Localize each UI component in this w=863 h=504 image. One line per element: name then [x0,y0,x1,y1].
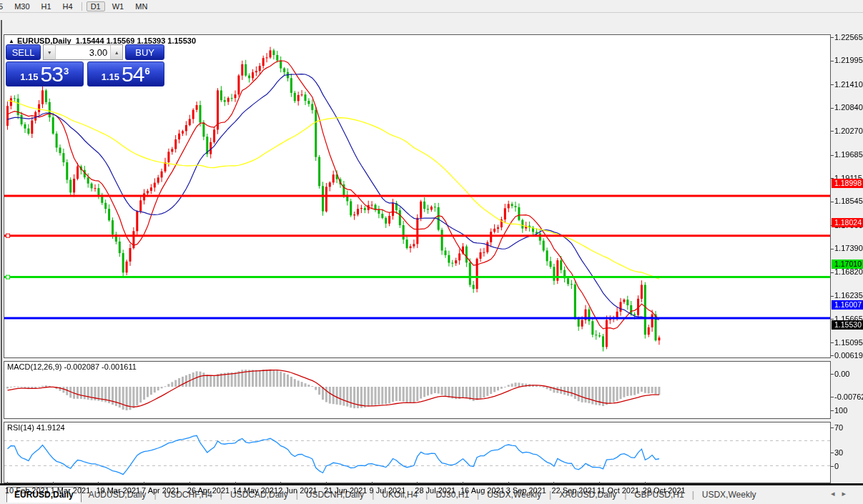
date-axis-label: 21 Jun 2021 [324,486,368,495]
price-axis-tick [831,202,834,202]
price-axis-tick [831,272,834,273]
collapse-triangle-icon[interactable]: ▲ [9,38,14,44]
volume-increase-button[interactable]: ▲ [111,44,123,60]
date-axis-label: 28 Jul 2021 [415,486,455,495]
date-axis-tick [372,482,373,484]
date-axis-label: 7 Apr 2021 [142,486,179,495]
macd-indicator-label: MACD(12,26,9) -0.002087 -0.001611 [7,362,137,371]
chart-window: ▲EURUSD,Daily 1.15444 1.15569 1.15393 1.… [0,13,863,483]
date-axis-label: 16 Aug 2021 [460,486,505,495]
rsi-axis-tick [831,410,834,411]
price-tag-hline-1.17010[interactable]: 1.17010 [832,260,863,269]
tf-button-h1[interactable]: H1 [37,1,56,11]
date-axis-tick [144,482,144,484]
price-axis-label: 1.18545 [834,197,863,205]
price-axis-label: 1.16235 [834,291,863,300]
price-axis-label: 1.20840 [834,103,863,112]
rsi-axis-label: 70 [834,423,843,432]
toolbar-separator [82,2,82,11]
price-axis-label: 1.21995 [834,56,863,64]
price-axis-tick [831,342,834,343]
date-axis-tick [235,482,236,484]
price-tag-hline-1.16007[interactable]: 1.16007 [832,300,863,310]
one-click-trade-panel: SELL ▼ ▲ BUY 1.15 53 3 1.15 54 6 [6,44,164,87]
price-axis-tick [831,108,834,109]
date-axis-label: 9 Jul 2021 [370,486,406,495]
tab-separator: | [692,490,694,500]
price-chart-canvas[interactable] [4,34,863,483]
tab-scroll-right-icon[interactable]: ▸ [842,489,853,498]
date-axis-tick [280,482,281,484]
tf-button-w1[interactable]: W1 [108,1,129,11]
buy-price-pip: 6 [144,64,149,76]
price-axis-label: 1.20270 [834,127,863,135]
date-axis-label: 22 Sep 2021 [551,486,596,495]
rsi-axis-label: 30 [834,448,843,457]
buy-price-prefix: 1.15 [102,71,119,82]
macd-axis-tick [831,374,834,375]
price-axis-tick [831,131,834,132]
price-axis-label: 1.15095 [834,338,863,347]
price-tag-hline-1.18998[interactable]: 1.18998 [832,179,863,188]
date-axis-label: 19 Mar 2021 [96,486,140,495]
date-axis-label: 1 Mar 2021 [51,486,91,495]
price-tag-hline-1.18024[interactable]: 1.18024 [832,218,863,227]
price-axis-tick [831,37,834,38]
macd-axis-tick [831,397,834,397]
volume-input[interactable] [55,44,111,60]
date-axis-label: 26 Apr 2021 [187,486,230,495]
date-axis-tick [463,482,463,484]
date-axis-label: 11 Oct 2021 [597,486,639,495]
price-axis-tick [831,296,834,297]
macd-axis-label: 0.006193 [834,351,863,360]
price-axis-label: 1.22565 [834,33,863,41]
rsi-value: 41.9124 [36,423,65,432]
date-axis-tick [326,482,327,484]
macd-axis-tick [831,355,834,356]
sell-price-pip: 3 [64,64,69,76]
tab-scroll-arrows[interactable]: ◂▸ [831,489,853,498]
date-axis-tick [645,482,646,484]
date-axis-tick [417,482,418,484]
price-axis-tick [831,84,834,85]
tf-button-h4[interactable]: H4 [59,1,77,11]
date-axis-label: 29 Oct 2021 [643,486,686,495]
sell-price-prefix: 1.15 [20,71,38,82]
date-axis-label: 3 Sep 2021 [506,486,546,495]
tf-button-5[interactable]: 5 [0,1,7,11]
tf-button-mn[interactable]: MN [131,1,152,11]
date-axis-tick [7,482,8,484]
price-axis-label: 1.21410 [834,80,863,89]
macd-axis-label: -0.00762 [834,392,863,401]
date-axis-tick [599,482,600,484]
date-axis-tick [189,482,190,484]
sell-price-display[interactable]: 1.15 53 3 [6,61,84,87]
buy-button[interactable]: BUY [125,44,164,60]
buy-price-display[interactable]: 1.15 54 6 [87,61,165,87]
rsi-axis-tick [831,466,834,467]
tf-button-m30[interactable]: M30 [10,1,34,11]
window-left-border [1,20,2,492]
date-axis-label: 14 May 2021 [233,486,279,495]
rsi-axis-tick [831,428,834,428]
price-axis-tick [831,249,834,249]
current-price-tag: 1.15530 [832,320,863,330]
sell-button[interactable]: SELL [6,44,41,60]
date-axis-label: 10 Feb 2021 [5,486,49,495]
rsi-axis-tick [831,453,834,453]
price-axis-tick [831,155,834,156]
price-axis-label: 1.17390 [834,244,863,252]
price-axis-label: 1.19685 [834,150,863,159]
trading-terminal-window: 5M30H1H4D1W1MN ▲EURUSD,Daily 1.15444 1.1… [0,0,863,504]
date-axis-label: 2 Jun 2021 [278,486,317,495]
sell-price-main: 53 [41,64,63,85]
macd-values: -0.002087 -0.001611 [64,362,136,371]
price-axis-tick [831,61,834,61]
tab-usdx-weekly-2[interactable]: USDX,Weekly [698,488,761,501]
date-axis-tick [508,482,509,484]
volume-decrease-button[interactable]: ▼ [43,44,55,60]
tab-scroll-left-icon[interactable]: ◂ [831,489,842,498]
tf-button-d1[interactable]: D1 [87,1,105,11]
timeframe-toolbar: 5M30H1H4D1W1MN [0,0,863,13]
rsi-axis-label: 0 [834,462,839,470]
